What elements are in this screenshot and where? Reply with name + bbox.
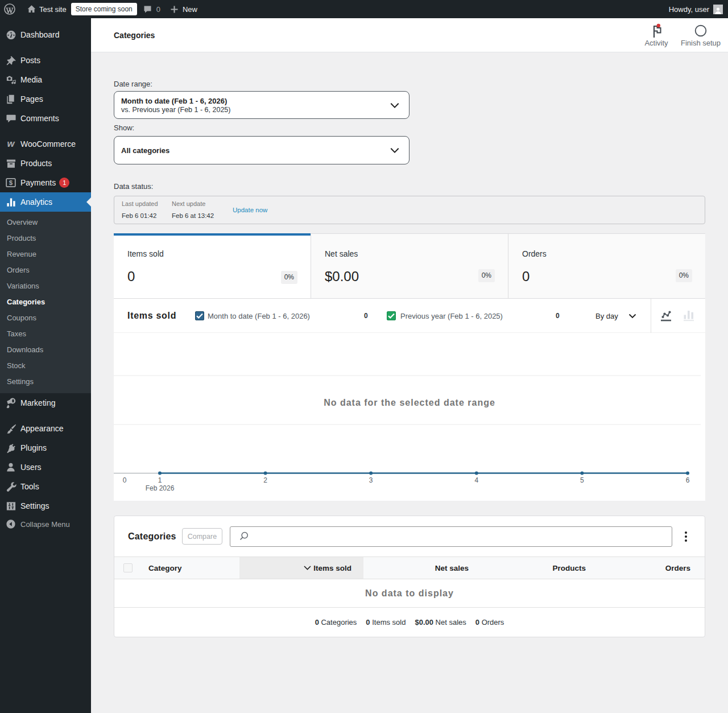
svg-text:6: 6: [686, 476, 690, 484]
svg-text:w: w: [7, 139, 15, 149]
svg-text:5: 5: [580, 476, 584, 484]
svg-text:2: 2: [263, 476, 267, 484]
svg-text:Feb 2026: Feb 2026: [146, 484, 175, 492]
svg-text:1: 1: [158, 476, 162, 484]
svg-text:0: 0: [123, 476, 127, 484]
svg-text:4: 4: [474, 476, 478, 484]
svg-text:$: $: [9, 179, 13, 186]
svg-text:3: 3: [369, 476, 373, 484]
